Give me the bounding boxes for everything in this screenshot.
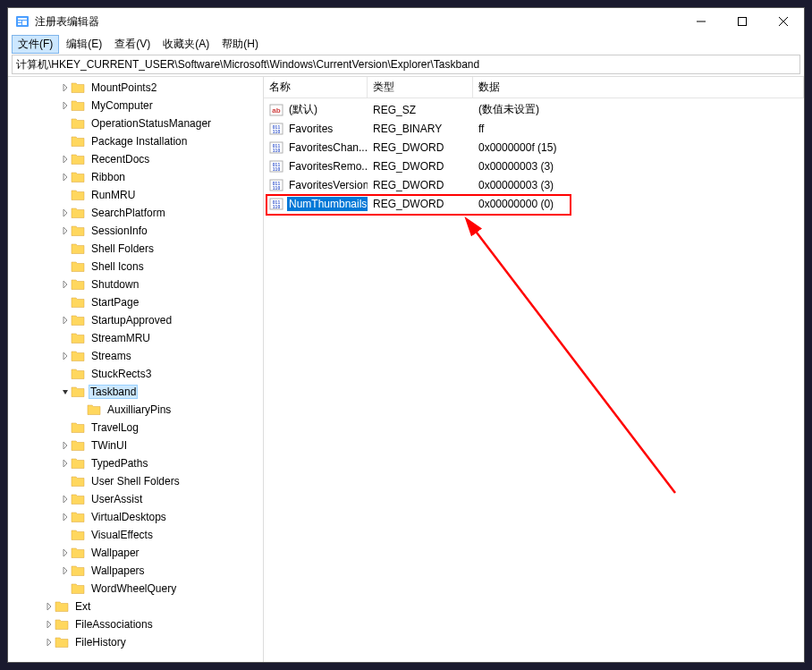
folder-icon (71, 474, 85, 488)
menu-edit[interactable]: 编辑(E) (61, 36, 107, 53)
tree-item[interactable]: StuckRects3 (8, 365, 264, 383)
expand-icon[interactable] (60, 442, 71, 449)
content-area: MountPoints2MyComputerOperationStatusMan… (8, 76, 804, 662)
folder-icon (71, 385, 85, 399)
tree-item[interactable]: Shell Folders (8, 240, 264, 258)
tree-item[interactable]: Streams (8, 347, 264, 365)
svg-line-26 (474, 229, 675, 493)
expand-icon[interactable] (60, 460, 71, 467)
expand-icon[interactable] (60, 84, 71, 91)
expand-icon[interactable] (60, 549, 71, 556)
maximize-button[interactable] (722, 8, 763, 35)
menu-favorites[interactable]: 收藏夹(A) (157, 36, 215, 53)
menu-help[interactable]: 帮助(H) (216, 36, 264, 53)
tree-item[interactable]: StartPage (8, 293, 264, 311)
folder-icon (55, 635, 69, 649)
expand-icon[interactable] (60, 317, 71, 324)
value-data: ff (473, 123, 804, 135)
expand-icon[interactable] (60, 513, 71, 521)
list-row[interactable]: 011110FavoritesChan...REG_DWORD0x0000000… (264, 138, 804, 157)
expand-icon[interactable] (60, 174, 71, 181)
list-row[interactable]: 011110FavoritesVersionREG_DWORD0x0000000… (264, 175, 804, 194)
menu-view[interactable]: 查看(V) (109, 36, 156, 53)
minimize-button[interactable] (681, 8, 722, 35)
tree-item[interactable]: Ribbon (8, 168, 264, 186)
expand-icon[interactable] (60, 102, 71, 109)
folder-icon (71, 152, 85, 166)
column-header-data[interactable]: 数据 (473, 77, 804, 98)
tree-item[interactable]: MyComputer (8, 97, 264, 114)
tree-item[interactable]: Taskband (8, 383, 264, 401)
list-row[interactable]: ab(默认)REG_SZ(数值未设置) (264, 100, 804, 119)
value-name: Favorites (287, 122, 334, 136)
list-row[interactable]: 011110NumThumbnailsREG_DWORD0x00000000 (… (264, 194, 804, 213)
tree-item[interactable]: SessionInfo (8, 222, 264, 240)
list-row[interactable]: 011110FavoritesRemo...REG_DWORD0x0000000… (264, 157, 804, 175)
address-bar[interactable]: 计算机\HKEY_CURRENT_USER\Software\Microsoft… (12, 55, 800, 74)
expand-icon[interactable] (60, 352, 71, 360)
value-type: REG_DWORD (368, 160, 473, 173)
expand-icon[interactable] (60, 156, 71, 163)
expand-icon[interactable] (44, 603, 55, 610)
tree-item[interactable]: WordWheelQuery (8, 580, 264, 598)
collapse-icon[interactable] (60, 388, 71, 395)
column-header-type[interactable]: 类型 (368, 77, 473, 98)
svg-rect-6 (739, 18, 747, 26)
tree-item[interactable]: VisualEffects (8, 526, 264, 544)
tree-item[interactable]: Wallpapers (8, 562, 264, 580)
menu-file[interactable]: 文件(F) (12, 35, 59, 54)
tree-item[interactable]: OperationStatusManager (8, 114, 264, 132)
expand-icon[interactable] (60, 209, 71, 216)
tree-item-label: RecentDocs (89, 152, 152, 166)
folder-icon (87, 403, 101, 417)
tree-item-label: RunMRU (89, 188, 138, 202)
tree-item[interactable]: AuxilliaryPins (8, 401, 264, 419)
tree-item[interactable]: Wallpaper (8, 544, 264, 562)
column-header-name[interactable]: 名称 (264, 77, 368, 98)
tree-item[interactable]: Package Installation (8, 132, 264, 150)
folder-icon (71, 170, 85, 184)
tree-item[interactable]: StreamMRU (8, 329, 264, 347)
tree-item-label: UserAssist (89, 492, 145, 506)
tree-item[interactable]: RecentDocs (8, 150, 264, 168)
svg-rect-3 (18, 23, 21, 25)
close-button[interactable] (763, 8, 804, 35)
tree-item[interactable]: User Shell Folders (8, 472, 264, 490)
tree-item[interactable]: TravelLog (8, 419, 264, 437)
tree-item[interactable]: UserAssist (8, 490, 264, 508)
folder-icon (71, 492, 85, 506)
tree-item-label: Ext (72, 599, 93, 614)
tree-item[interactable]: MountPoints2 (8, 79, 264, 97)
tree-item[interactable]: VirtualDesktops (8, 508, 264, 526)
tree-item[interactable]: FileAssociations (8, 615, 264, 633)
list-panel[interactable]: 名称 类型 数据 ab(默认)REG_SZ(数值未设置)011110Favori… (264, 77, 804, 662)
reg-binary-icon: 011110 (269, 159, 283, 174)
value-type: REG_DWORD (368, 198, 473, 210)
expand-icon[interactable] (44, 621, 55, 628)
list-row[interactable]: 011110FavoritesREG_BINARYff (264, 119, 804, 138)
tree-item[interactable]: SearchPlatform (8, 204, 264, 222)
tree-item[interactable]: TWinUI (8, 437, 264, 454)
tree-item-label: OperationStatusManager (89, 116, 214, 131)
tree-item[interactable]: StartupApproved (8, 311, 264, 329)
tree-item-label: Shell Folders (89, 242, 156, 256)
tree-item[interactable]: Shell Icons (8, 258, 264, 276)
expand-icon[interactable] (44, 639, 55, 646)
expand-icon[interactable] (60, 281, 71, 288)
expand-icon[interactable] (60, 227, 71, 234)
registry-editor-window: 注册表编辑器 文件(F) 编辑(E) 查看(V) 收藏夹(A) 帮助(H) 计算… (7, 7, 805, 663)
folder-icon (71, 456, 85, 471)
tree-item[interactable]: Ext (8, 598, 264, 615)
tree-item-label: FileAssociations (72, 617, 156, 632)
value-data: 0x00000003 (3) (473, 179, 804, 191)
tree-item[interactable]: Shutdown (8, 276, 264, 293)
folder-icon (71, 510, 85, 524)
value-name: FavoritesRemo... (287, 159, 368, 174)
tree-item-label: MountPoints2 (89, 81, 159, 95)
tree-item[interactable]: TypedPaths (8, 454, 264, 472)
expand-icon[interactable] (60, 496, 71, 503)
tree-item[interactable]: RunMRU (8, 186, 264, 204)
expand-icon[interactable] (60, 567, 71, 574)
tree-panel[interactable]: MountPoints2MyComputerOperationStatusMan… (8, 77, 264, 662)
tree-item[interactable]: FileHistory (8, 633, 264, 651)
